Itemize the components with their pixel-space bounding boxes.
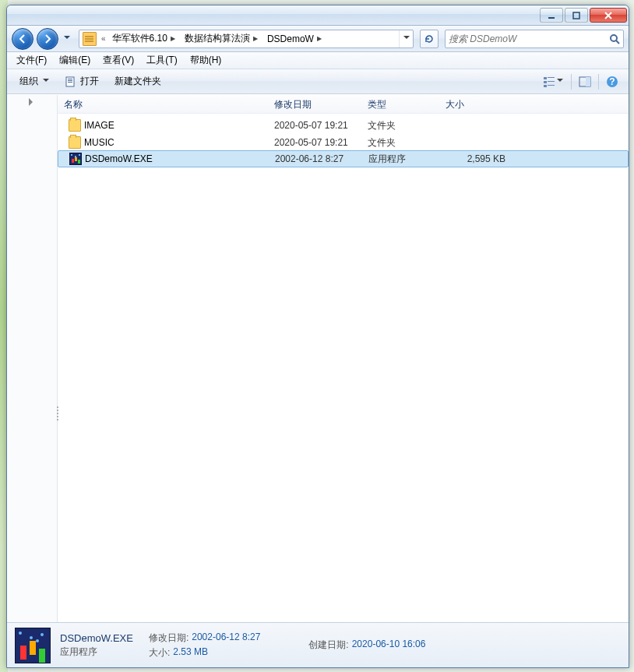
- address-bar[interactable]: « 华军软件6.10▶ 数据结构算法演▶ DSDemoW▶: [79, 30, 414, 48]
- svg-text:?: ?: [609, 76, 615, 87]
- minimize-button[interactable]: [540, 8, 563, 23]
- file-date: 2020-05-07 19:21: [268, 137, 361, 148]
- svg-rect-9: [544, 81, 547, 83]
- file-pane: 名称 修改日期 类型 大小 IMAGE2020-05-07 19:21文件夹MU…: [58, 95, 629, 622]
- column-size[interactable]: 大小: [439, 97, 517, 113]
- pane-resizer[interactable]: [55, 406, 60, 438]
- svg-rect-6: [68, 82, 72, 83]
- column-date[interactable]: 修改日期: [268, 97, 361, 113]
- breadcrumb-item[interactable]: 数据结构算法演▶: [180, 30, 262, 47]
- breadcrumb: « 华军软件6.10▶ 数据结构算法演▶ DSDemoW▶: [100, 30, 399, 47]
- column-headers: 名称 修改日期 类型 大小: [58, 95, 629, 114]
- content-area: 名称 修改日期 类型 大小 IMAGE2020-05-07 19:21文件夹MU…: [7, 94, 629, 622]
- file-name: MUSIC: [84, 137, 268, 148]
- menubar: 文件(F) 编辑(E) 查看(V) 工具(T) 帮助(H): [7, 52, 629, 69]
- file-row[interactable]: IMAGE2020-05-07 19:21文件夹: [58, 117, 629, 134]
- explorer-window: « 华军软件6.10▶ 数据结构算法演▶ DSDemoW▶ 文件(F) 编辑(E…: [6, 5, 629, 668]
- navigation-pane[interactable]: [7, 95, 58, 622]
- file-type: 应用程序: [362, 153, 440, 166]
- modified-label: 修改日期:: [149, 632, 188, 645]
- svg-rect-14: [586, 77, 590, 86]
- forward-button[interactable]: [37, 28, 58, 50]
- created-value: 2020-06-10 16:06: [352, 639, 426, 652]
- svg-rect-12: [548, 85, 555, 86]
- toolbar: 组织 打开 新建文件夹 ?: [7, 69, 629, 94]
- search-icon: [609, 33, 620, 44]
- svg-rect-7: [544, 77, 547, 79]
- file-size: 2,595 KB: [440, 153, 512, 164]
- svg-rect-8: [548, 77, 555, 78]
- menu-edit[interactable]: 编辑(E): [53, 52, 97, 69]
- exe-icon: [15, 628, 51, 663]
- svg-rect-11: [544, 85, 547, 87]
- column-name[interactable]: 名称: [58, 97, 268, 113]
- menu-view[interactable]: 查看(V): [97, 52, 140, 69]
- toolbar-right: ?: [538, 72, 622, 91]
- column-type[interactable]: 类型: [361, 97, 439, 113]
- view-options-button[interactable]: [538, 72, 568, 91]
- details-name: DSDemoW.EXE: [60, 632, 133, 644]
- search-input[interactable]: [449, 33, 609, 44]
- details-type: 应用程序: [60, 646, 133, 659]
- breadcrumb-item[interactable]: DSDemoW▶: [262, 30, 326, 47]
- new-folder-button[interactable]: 新建文件夹: [108, 72, 167, 91]
- preview-pane-button[interactable]: [575, 72, 595, 91]
- svg-rect-5: [68, 80, 72, 81]
- help-button[interactable]: ?: [602, 72, 622, 91]
- size-value: 2.53 MB: [173, 646, 208, 660]
- exe-icon: [69, 153, 82, 165]
- folder-icon: [83, 32, 97, 46]
- navbar: « 华军软件6.10▶ 数据结构算法演▶ DSDemoW▶: [7, 26, 629, 52]
- file-name: IMAGE: [84, 120, 268, 131]
- file-row[interactable]: MUSIC2020-05-07 19:21文件夹: [58, 134, 629, 151]
- file-type: 文件夹: [361, 136, 439, 150]
- created-label: 创建日期:: [308, 639, 348, 652]
- svg-rect-0: [548, 17, 555, 19]
- svg-point-2: [611, 35, 617, 41]
- svg-rect-10: [548, 81, 555, 82]
- menu-file[interactable]: 文件(F): [10, 52, 53, 69]
- size-label: 大小:: [149, 646, 170, 660]
- breadcrumb-prefix: «: [100, 34, 107, 43]
- file-row[interactable]: DSDemoW.EXE2002-06-12 8:27应用程序2,595 KB: [58, 150, 629, 167]
- nav-history-dropdown[interactable]: [62, 30, 72, 48]
- organize-button[interactable]: 组织: [13, 72, 55, 91]
- modified-value: 2002-06-12 8:27: [192, 632, 260, 645]
- menu-tools[interactable]: 工具(T): [140, 52, 183, 69]
- open-icon: [65, 76, 77, 88]
- maximize-button[interactable]: [565, 8, 588, 23]
- file-type: 文件夹: [361, 119, 439, 132]
- file-date: 2002-06-12 8:27: [269, 153, 362, 164]
- tree-expand-icon[interactable]: [29, 98, 37, 106]
- breadcrumb-item[interactable]: 华军软件6.10▶: [107, 30, 180, 47]
- open-button[interactable]: 打开: [58, 72, 105, 91]
- folder-icon: [69, 119, 81, 132]
- file-date: 2020-05-07 19:21: [268, 120, 361, 131]
- folder-icon: [69, 136, 81, 149]
- address-dropdown[interactable]: [399, 30, 413, 47]
- refresh-button[interactable]: [420, 30, 439, 48]
- back-button[interactable]: [12, 28, 33, 50]
- details-pane: DSDemoW.EXE 应用程序 修改日期: 2002-06-12 8:27 大…: [7, 622, 629, 667]
- menu-help[interactable]: 帮助(H): [184, 52, 228, 69]
- file-name: DSDemoW.EXE: [85, 153, 269, 164]
- svg-rect-4: [68, 79, 72, 79]
- svg-rect-1: [573, 12, 579, 19]
- search-box[interactable]: [445, 30, 624, 48]
- file-list[interactable]: IMAGE2020-05-07 19:21文件夹MUSIC2020-05-07 …: [58, 114, 629, 622]
- close-button[interactable]: [590, 8, 627, 23]
- titlebar: [7, 5, 629, 26]
